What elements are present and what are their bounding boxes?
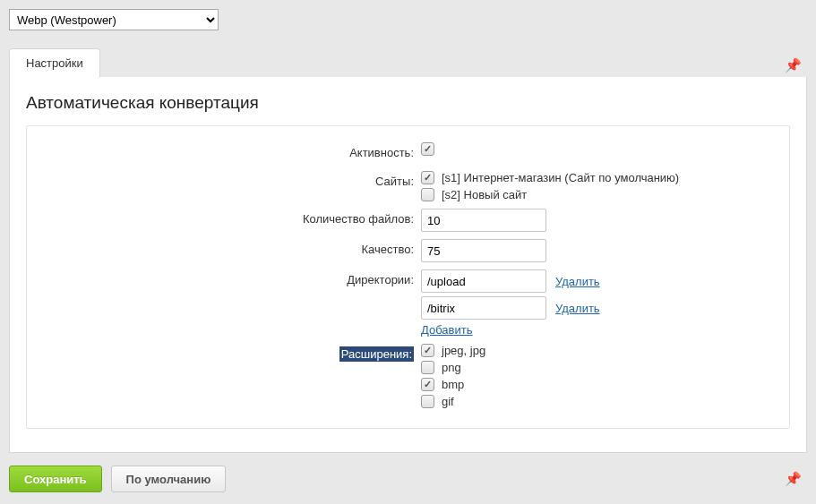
dir-input-1[interactable] [421, 296, 546, 320]
site-s1-checkbox[interactable] [421, 171, 434, 184]
ext-gif-checkbox[interactable] [421, 395, 434, 408]
ext-jpeg-checkbox[interactable] [421, 344, 434, 357]
dir-delete-0[interactable]: Удалить [555, 275, 600, 288]
ext-png-checkbox[interactable] [421, 361, 434, 374]
site-s2-checkbox[interactable] [421, 188, 434, 201]
tab-settings[interactable]: Настройки [9, 48, 100, 77]
quality-label: Качество: [36, 239, 421, 256]
sites-label: Сайты: [36, 171, 421, 188]
ext-png-label: png [442, 361, 461, 374]
dir-add[interactable]: Добавить [421, 323, 472, 337]
ext-gif-label: gif [442, 395, 454, 408]
auto-convert-fieldset: Активность: Сайты: [s1] Интернет-магазин… [26, 125, 790, 429]
ext-label: Расширения: [36, 344, 421, 361]
default-button[interactable]: По умолчанию [111, 466, 227, 492]
dirs-label: Директории: [36, 269, 421, 286]
ext-bmp-checkbox[interactable] [421, 378, 434, 391]
settings-panel: Автоматическая конвертация Активность: С… [9, 77, 807, 453]
site-s1-label: [s1] Интернет-магазин (Сайт по умолчанию… [442, 171, 679, 184]
pin-bottom-icon[interactable]: 📌 [785, 471, 807, 487]
module-select[interactable]: Webp (Westpower) [9, 9, 219, 30]
save-button[interactable]: Сохранить [9, 466, 102, 492]
pin-icon[interactable]: 📌 [785, 57, 807, 77]
count-label: Количество файлов: [36, 209, 421, 226]
quality-input[interactable] [421, 239, 546, 262]
section-title: Автоматическая конвертация [10, 93, 806, 125]
ext-bmp-label: bmp [442, 378, 464, 391]
active-checkbox[interactable] [421, 142, 434, 156]
active-label: Активность: [36, 142, 421, 159]
site-s2-label: [s2] Новый сайт [442, 188, 527, 201]
dir-input-0[interactable] [421, 269, 546, 293]
dir-delete-1[interactable]: Удалить [555, 302, 600, 315]
ext-jpeg-label: jpeg, jpg [442, 344, 485, 357]
count-input[interactable] [421, 209, 546, 232]
